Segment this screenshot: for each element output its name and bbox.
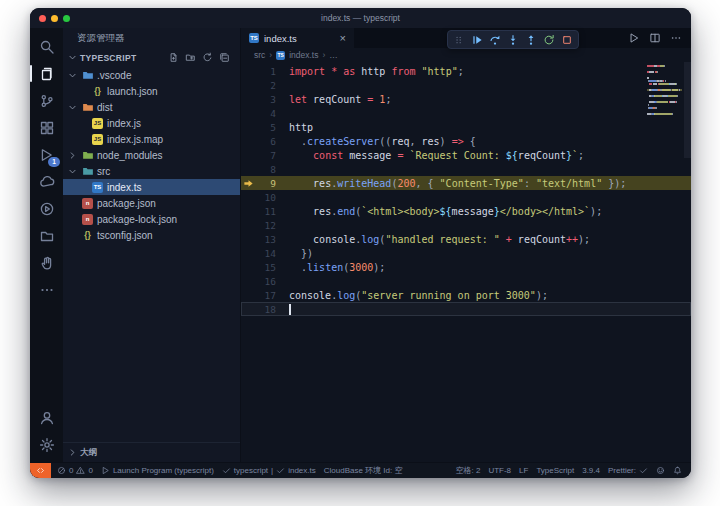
activity-item-search[interactable]	[30, 33, 63, 60]
tree-item-dist[interactable]: dist	[63, 99, 240, 115]
folder-icon	[81, 165, 94, 177]
minimap[interactable]	[647, 65, 682, 119]
activity-item-explorer[interactable]	[30, 60, 63, 87]
code-text: const message = `Request Count: ${reqCou…	[276, 150, 584, 161]
status-remote[interactable]	[30, 463, 51, 478]
outline-section-header[interactable]: 大纲	[63, 442, 240, 462]
line-number: 11	[256, 206, 276, 217]
line-number: 7	[256, 150, 276, 161]
code-line[interactable]: 10	[241, 190, 691, 204]
close-button[interactable]	[39, 15, 46, 22]
code-line[interactable]: 17console.log("server running on port 30…	[241, 288, 691, 302]
tree-item-label: node_modules	[97, 150, 163, 161]
status-cloudbase-env[interactable]: CloudBase 环境 Id: 空	[320, 463, 407, 478]
code-line[interactable]: 16	[241, 274, 691, 288]
code-line[interactable]: 14 })	[241, 246, 691, 260]
editor-scrollbar[interactable]	[684, 62, 691, 158]
debug-continue-icon[interactable]	[471, 34, 483, 46]
debug-restart-icon[interactable]	[543, 34, 555, 46]
breadcrumb-item[interactable]: src	[254, 50, 265, 60]
tree-item-package-lock-json[interactable]: npackage-lock.json	[63, 211, 240, 227]
activity-item-account[interactable]	[30, 404, 63, 431]
line-number: 5	[256, 122, 276, 133]
tree-item-node-modules[interactable]: node_modules	[63, 147, 240, 163]
zoom-button[interactable]	[63, 15, 70, 22]
run-icon[interactable]	[628, 32, 640, 44]
tree-item-index-js[interactable]: JSindex.js	[63, 115, 240, 131]
tree-item-tsconfig-json[interactable]: {}tsconfig.json	[63, 227, 240, 243]
explorer-section-header[interactable]: TYPESCRIPT	[63, 49, 240, 66]
status-text: LF	[519, 466, 528, 475]
status-lang-status[interactable]: typescript|index.ts	[218, 463, 320, 478]
status-text: |	[271, 466, 273, 475]
code-line[interactable]: 11 res.end(`<html><body>${message}</body…	[241, 204, 691, 218]
status-notifications[interactable]	[669, 463, 686, 478]
gutter-glyph-margin	[241, 288, 256, 302]
activity-item-source-control[interactable]	[30, 87, 63, 114]
code-line[interactable]: 9 res.writeHead(200, { "Content-Type": "…	[241, 176, 691, 190]
status-problems[interactable]: 00	[53, 463, 97, 478]
activity-item-workspace[interactable]	[30, 222, 63, 249]
minimize-button[interactable]	[51, 15, 58, 22]
explorer-sidebar: 资源管理器 TYPESCRIPT .vscode{}launch.jsondis…	[63, 28, 241, 462]
close-tab-button[interactable]: ×	[340, 33, 346, 44]
code-line[interactable]: 1import * as http from "http";	[241, 64, 691, 78]
collapse-all-icon[interactable]	[219, 52, 230, 63]
code-line[interactable]: 6 .createServer((req, res) => {	[241, 134, 691, 148]
code-line[interactable]: 8	[241, 162, 691, 176]
tree-item--vscode[interactable]: .vscode	[63, 67, 240, 83]
code-text: console.log("server running on port 3000…	[276, 290, 548, 301]
code-line[interactable]: 3let reqCount = 1;	[241, 92, 691, 106]
tree-item-index-js-map[interactable]: JSindex.js.map	[63, 131, 240, 147]
activity-item-test[interactable]	[30, 195, 63, 222]
new-file-icon[interactable]	[168, 52, 179, 63]
code-line[interactable]: 18	[241, 302, 691, 316]
tree-item-index-ts[interactable]: TSindex.ts	[63, 179, 240, 195]
tab-index-ts[interactable]: TS index.ts ×	[241, 28, 354, 48]
cloud-icon	[39, 174, 55, 190]
code-line[interactable]: 7 const message = `Request Count: ${reqC…	[241, 148, 691, 162]
debug-step-into-icon[interactable]	[507, 34, 519, 46]
breadcrumb-item[interactable]: …	[329, 50, 338, 60]
new-folder-icon[interactable]	[185, 52, 196, 63]
code-text: http	[276, 122, 313, 133]
status-language[interactable]: TypeScript	[532, 463, 578, 478]
status-prettier[interactable]: Prettier:	[604, 463, 652, 478]
status-ts-version[interactable]: 3.9.4	[578, 463, 604, 478]
status-encoding[interactable]: UTF-8	[484, 463, 515, 478]
refresh-icon[interactable]	[202, 52, 213, 63]
more-h-icon[interactable]	[670, 32, 682, 44]
code-line[interactable]: 2	[241, 78, 691, 92]
npm-file-icon: n	[81, 213, 94, 225]
code-line[interactable]: 12	[241, 218, 691, 232]
section-label: TYPESCRIPT	[80, 53, 136, 63]
tree-item-launch-json[interactable]: {}launch.json	[63, 83, 240, 99]
activity-item-settings[interactable]	[30, 431, 63, 458]
debug-step-out-icon[interactable]	[525, 34, 537, 46]
tree-item-src[interactable]: src	[63, 163, 240, 179]
code-line[interactable]: 4	[241, 106, 691, 120]
status-debug-launch[interactable]: Launch Program (typescript)	[97, 463, 218, 478]
debug-stop-icon[interactable]	[561, 34, 573, 46]
split-editor-icon[interactable]	[649, 32, 661, 44]
status-feedback[interactable]	[652, 463, 669, 478]
debug-step-over-icon[interactable]	[489, 34, 501, 46]
status-eol[interactable]: LF	[515, 463, 532, 478]
status-bar-left: 00Launch Program (typescript)typescript|…	[30, 463, 406, 478]
breadcrumb-item[interactable]: index.ts	[289, 50, 318, 60]
status-text: 0	[88, 466, 92, 475]
line-number: 13	[256, 234, 276, 245]
code-editor[interactable]: 1import * as http from "http";23let reqC…	[241, 62, 691, 462]
activity-item-more[interactable]	[30, 276, 63, 303]
text-cursor	[289, 304, 291, 315]
code-line[interactable]: 15 .listen(3000);	[241, 260, 691, 274]
code-line[interactable]: 5http	[241, 120, 691, 134]
status-indentation[interactable]: 空格: 2	[451, 463, 484, 478]
activity-item-hand[interactable]	[30, 249, 63, 276]
activity-item-cloudbase[interactable]	[30, 168, 63, 195]
code-line[interactable]: 13 console.log("handled request: " + req…	[241, 232, 691, 246]
tree-item-package-json[interactable]: npackage.json	[63, 195, 240, 211]
js-file-icon: JS	[91, 133, 104, 145]
activity-item-run-debug[interactable]: 1	[30, 141, 63, 168]
activity-item-extensions[interactable]	[30, 114, 63, 141]
